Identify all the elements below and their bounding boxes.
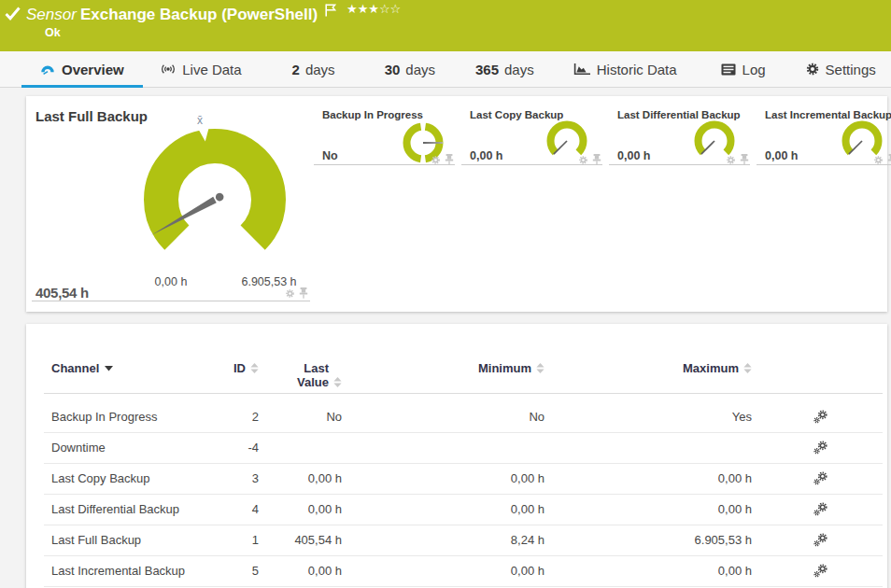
channel-row[interactable]: Downtime -4 (44, 432, 883, 463)
gauge-settings-gear-icon[interactable] (431, 155, 441, 165)
cell-maximum (549, 432, 757, 463)
tab-label: Historic Data (597, 62, 677, 77)
cell-last-value: No (263, 394, 346, 433)
gauge-settings-gear-icon[interactable] (578, 155, 588, 165)
channel-settings-icon[interactable] (813, 471, 827, 485)
tab-overview[interactable]: Overview (21, 51, 143, 87)
cell-minimum: No (346, 394, 549, 433)
channel-settings-icon[interactable] (813, 441, 827, 455)
cell-minimum: 0,00 h (346, 494, 549, 525)
gauge-icon (40, 63, 55, 76)
cell-last-value (263, 432, 346, 463)
cell-maximum: Yes (549, 394, 757, 433)
small-gauge-cell: Last Copy Backup 0,00 h (461, 96, 602, 312)
channel-table: ChannelIDLast ValueMinimumMaximum Backup… (44, 353, 883, 587)
cell-id: 4 (201, 494, 263, 525)
channel-settings-icon[interactable] (813, 533, 827, 547)
cell-id: 1 (201, 525, 263, 555)
divider (757, 164, 891, 165)
cell-last-value: 0,00 h (263, 555, 346, 586)
gauge-pin-icon[interactable] (299, 287, 308, 299)
cell-id: 3 (201, 463, 263, 494)
log-icon (721, 63, 736, 76)
gauge-settings-gear-icon[interactable] (873, 155, 884, 165)
column-header-channel[interactable]: Channel (44, 353, 201, 394)
cell-id: -4 (201, 432, 263, 463)
cell-maximum: 0,00 h (549, 463, 757, 494)
sort-desc-icon (105, 366, 113, 371)
cell-channel: Last Copy Backup (44, 463, 201, 494)
cell-minimum: 0,00 h (346, 463, 549, 494)
cell-channel: Last Full Backup (44, 525, 201, 555)
chart-icon (573, 63, 590, 76)
divider (609, 164, 750, 165)
channel-row[interactable]: Backup In Progress 2 No No Yes (44, 394, 883, 433)
small-gauge-title: Last Copy Backup (470, 109, 563, 120)
tab-historic-data[interactable]: Historic Data (561, 51, 688, 87)
sensor-tabbar: Overview Live Data 2days 30days 365days … (0, 51, 891, 88)
cell-id: 2 (201, 394, 263, 433)
channel-row[interactable]: Last Full Backup 1 405,54 h 8,24 h 6.905… (44, 525, 883, 555)
object-kind-label: Sensor (26, 6, 77, 24)
tab-365-days[interactable]: 365days (460, 51, 550, 87)
tab-30-days[interactable]: 30days (369, 51, 450, 87)
channel-table-panel: ChannelIDLast ValueMinimumMaximum Backup… (26, 324, 887, 588)
cell-channel: Backup In Progress (44, 394, 201, 433)
cell-minimum: 8,24 h (346, 525, 549, 555)
channel-settings-icon[interactable] (813, 502, 827, 516)
divider (314, 164, 455, 165)
channel-row[interactable]: Last Differential Backup 4 0,00 h 0,00 h… (44, 494, 883, 525)
tab-label: Live Data (182, 62, 241, 77)
gauges-panel: Last Full Backup x̄ 0,00 h 6.905,53 h 40… (26, 96, 887, 312)
gauge-settings-gear-icon[interactable] (285, 288, 295, 299)
cell-actions (757, 463, 883, 494)
cell-last-value: 0,00 h (263, 494, 346, 525)
cell-actions (757, 394, 883, 433)
channel-row[interactable]: Last Incremental Backup 5 0,00 h 0,00 h … (44, 555, 883, 586)
sensor-status-header: Sensor Exchange Backup (PowerShell) ★★★☆… (0, 0, 891, 51)
column-header-minimum[interactable]: Minimum (346, 353, 549, 394)
priority-flag-icon[interactable] (325, 4, 336, 17)
cell-actions (757, 432, 883, 463)
small-gauge-title: Backup In Progress (322, 109, 423, 120)
tab-settings[interactable]: Settings (793, 51, 888, 87)
tab-label: Overview (62, 62, 124, 77)
cell-channel: Downtime (44, 432, 201, 463)
gauge-min-label: 0,00 h (115, 275, 227, 288)
column-header-last-value[interactable]: Last Value (263, 353, 346, 394)
tab-label: Settings (826, 62, 876, 77)
cell-actions (757, 494, 883, 525)
tab-2-days[interactable]: 2days (276, 51, 350, 87)
column-header-actions (757, 353, 883, 394)
priority-stars[interactable]: ★★★☆☆ (346, 2, 401, 16)
sort-icon (536, 363, 544, 373)
sort-icon (333, 377, 342, 387)
tab-label: 365days (475, 62, 534, 77)
cell-maximum: 0,00 h (549, 494, 757, 525)
tab-label: 2days (292, 62, 335, 77)
cell-maximum: 0,00 h (549, 555, 757, 586)
channel-row[interactable]: Last Copy Backup 3 0,00 h 0,00 h 0,00 h (44, 463, 883, 494)
divider (461, 164, 602, 165)
tab-log[interactable]: Log (709, 51, 777, 87)
small-gauge-value: 0,00 h (617, 149, 650, 162)
cell-channel: Last Differential Backup (44, 494, 201, 525)
gauge-actions (285, 287, 308, 299)
cell-minimum: 0,00 h (346, 555, 549, 586)
sort-icon (743, 363, 752, 373)
tab-label: 30days (385, 62, 435, 77)
channel-settings-icon[interactable] (813, 564, 827, 578)
small-gauge-cell: Backup In Progress No (314, 96, 455, 312)
primary-gauge (140, 125, 290, 274)
cell-maximum: 6.905,53 h (549, 525, 757, 555)
sort-icon (250, 363, 259, 373)
cell-actions (757, 555, 883, 586)
column-header-maximum[interactable]: Maximum (549, 353, 757, 394)
divider (32, 301, 310, 301)
gauge-settings-gear-icon[interactable] (726, 155, 736, 165)
tab-live-data[interactable]: Live Data (151, 51, 251, 87)
small-gauge-title: Last Incremental Backup (765, 109, 891, 120)
column-header-id[interactable]: ID (201, 353, 263, 394)
channel-settings-icon[interactable] (813, 410, 827, 424)
cell-minimum (346, 432, 549, 463)
